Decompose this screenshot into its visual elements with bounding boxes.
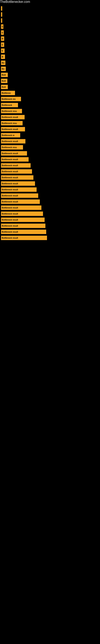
bar-row: Bo [1, 66, 100, 72]
site-title-text: TheBottlenecker.com [0, 0, 100, 4]
bar-label: Bottleneck result [2, 237, 18, 239]
bar: E [1, 30, 4, 35]
bar: B [1, 54, 5, 59]
bar-label: Bottleneck result [2, 164, 18, 167]
bar-row [1, 18, 100, 23]
bar-row: Bottleneck result [1, 150, 100, 156]
bar-label: Bott [2, 74, 6, 76]
bar: Bottleneck resu [1, 145, 23, 150]
bar-row: Bottleneck re [1, 132, 100, 138]
bar-label: E [2, 44, 3, 46]
bar-label: Bottleneck [2, 104, 12, 106]
bar: Bottleneck result [1, 139, 25, 144]
bar: Bott [1, 79, 7, 83]
bar-label: Bottleneck res [2, 98, 16, 100]
bar: E [1, 24, 3, 29]
bar: E [1, 42, 4, 47]
bar: Bottleneck result [1, 181, 35, 186]
bar-label: Bo [2, 62, 4, 64]
bar-row: Bottleneck result [1, 217, 100, 222]
bar: Bottleneck result [1, 187, 37, 192]
bar-label: Bottleneck result [2, 188, 18, 191]
bar-row: Bottleneck result [1, 114, 100, 120]
bar-row: Bottleneck result [1, 205, 100, 210]
bar-label: Bottleneck result [2, 170, 18, 173]
bar-row: Bo [1, 60, 100, 66]
bar-label: Bottleneck result [2, 182, 18, 185]
bar-label: Bottleneck resu [2, 146, 17, 148]
bar: Bottleneck res [1, 97, 21, 101]
bar-label: Bottleneck result [2, 207, 18, 209]
bar-row [1, 6, 100, 11]
bar: Bott [1, 85, 8, 89]
bar-label: E [2, 26, 3, 28]
bar-row: Bottleneck result [1, 169, 100, 174]
bar: Bottleneck result [1, 157, 29, 162]
bar: Bo [1, 66, 6, 71]
bar-row: E [1, 24, 100, 30]
bar-label: Bottleneck resu [2, 110, 17, 112]
bar: Bottleneck result [1, 194, 38, 198]
bar-row: Bottleneck result [1, 156, 100, 162]
bar-label: Bottlenec [2, 92, 11, 94]
bar-row: Bottlenec [1, 90, 100, 96]
bar-row: Bottleneck result [1, 126, 100, 132]
bar-row: Bottleneck [1, 102, 100, 108]
bar-row: E [1, 30, 100, 36]
bar-row: Bottleneck result [1, 175, 100, 180]
bar-row: Bottleneck result [1, 138, 100, 144]
bar-label: Bottleneck result [2, 176, 18, 179]
site-title: TheBottlenecker.com [0, 0, 30, 4]
bar: Bottleneck result [1, 212, 43, 216]
bar: Bottleneck [1, 103, 18, 107]
bar-label: Bottleneck result [2, 231, 18, 233]
bar-row: Bottleneck res [1, 96, 100, 102]
bar-row: Bott [1, 72, 100, 78]
bar-row: Bott [1, 84, 100, 90]
bar-label: Bottleneck result [2, 219, 18, 221]
bar: Bottleneck resu [1, 109, 22, 113]
bar: B [1, 36, 4, 41]
bar-label: Bottleneck result [2, 225, 18, 227]
bar: Bottleneck result [1, 127, 25, 132]
bar [1, 6, 2, 11]
bar: Bottleneck result [1, 163, 31, 168]
bar-label: Bottleneck result [2, 128, 18, 130]
bar: Bottleneck result [1, 218, 45, 222]
bar: Bottleneck result [1, 115, 25, 119]
bar-label: Bottleneck result [2, 194, 18, 197]
bar-row: Bottleneck result [1, 162, 100, 168]
bar-label: Bottleneck result [2, 140, 18, 142]
bar-row: B [1, 54, 100, 60]
bar: Bottleneck result [1, 224, 46, 228]
bar: Bottleneck re [1, 133, 20, 138]
bar-row: Bott [1, 78, 100, 84]
bar-label: E [2, 50, 3, 52]
bars-container: EEBEEBBoBoBottBottBottBottlenecBottlenec… [0, 4, 100, 243]
bar-label: Bottleneck result [2, 152, 18, 154]
bar-row: Bottleneck result [1, 223, 100, 228]
bar-row: Bottleneck result [1, 193, 100, 198]
bar: Bottleneck result [1, 200, 40, 204]
bar-label: E [2, 32, 3, 34]
bar-label: Bott [2, 86, 6, 88]
bar: Bottleneck result [1, 206, 41, 210]
bar-row: Bottleneck resu [1, 120, 100, 126]
bar-label: Bottleneck re [2, 134, 14, 136]
bar-row: E [1, 42, 100, 48]
bar: E [1, 48, 4, 53]
bar: Bott [1, 73, 8, 77]
bar-row: E [1, 48, 100, 54]
bar-label: B [2, 56, 3, 58]
bar: Bottleneck result [1, 175, 33, 180]
bar-label: Bo [2, 68, 4, 70]
bar-row: Bottleneck result [1, 181, 100, 186]
bar: Bottleneck resu [1, 121, 23, 126]
bar-row: B [1, 36, 100, 42]
bar-row: Bottleneck resu [1, 144, 100, 150]
bar-row: Bottleneck result [1, 229, 100, 235]
bar-row: Bottleneck resu [1, 108, 100, 114]
bar [1, 12, 2, 17]
bar-label: Bottleneck resu [2, 122, 17, 124]
bar: Bottleneck result [1, 236, 47, 240]
